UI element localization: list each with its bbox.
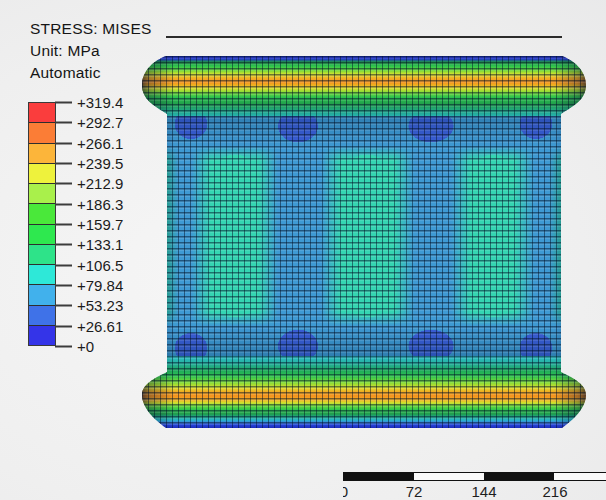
tick-line bbox=[55, 121, 72, 123]
tick-line bbox=[55, 284, 72, 286]
tick-line bbox=[55, 243, 72, 245]
tick-line bbox=[55, 182, 72, 184]
tick-line bbox=[55, 142, 72, 144]
legend-tick: +239.5 bbox=[55, 155, 123, 172]
tick-line bbox=[55, 304, 72, 306]
legend-band bbox=[29, 144, 55, 164]
legend-tick-label: +266.1 bbox=[77, 135, 123, 152]
scale-segment bbox=[414, 473, 484, 480]
scale-segment bbox=[484, 473, 554, 480]
tick-line bbox=[55, 223, 72, 225]
scale-segment bbox=[554, 473, 606, 480]
legend-tick: +212.9 bbox=[55, 175, 123, 192]
legend-colorbar bbox=[28, 102, 56, 346]
tick-line bbox=[55, 162, 72, 164]
legend-band bbox=[29, 204, 55, 224]
legend-band bbox=[29, 306, 55, 326]
range-mode-label: Automatic bbox=[30, 62, 151, 84]
legend-band bbox=[29, 103, 55, 123]
legend-tick-label: +53.23 bbox=[77, 297, 123, 314]
legend-tick: +186.3 bbox=[55, 196, 123, 213]
legend-tick: +133.1 bbox=[55, 236, 123, 253]
legend-tick-label: +0 bbox=[77, 338, 94, 355]
tick-line bbox=[55, 101, 72, 103]
legend-tick: +0 bbox=[55, 338, 94, 355]
legend-band bbox=[29, 225, 55, 245]
legend-band bbox=[29, 285, 55, 305]
legend-tick-label: +106.5 bbox=[77, 257, 123, 274]
legend-tick: +319.4 bbox=[55, 94, 123, 111]
tick-line bbox=[55, 264, 72, 266]
scale-label: 0 bbox=[343, 483, 348, 500]
fe-mesh-grid bbox=[142, 56, 586, 428]
legend-header: STRESS: MISES Unit: MPa Automatic bbox=[30, 18, 151, 84]
legend-tick: +266.1 bbox=[55, 135, 123, 152]
result-type-label: STRESS: MISES bbox=[30, 18, 151, 40]
legend-band bbox=[29, 245, 55, 265]
legend-tick-label: +292.7 bbox=[77, 114, 123, 131]
legend-tick-label: +133.1 bbox=[77, 236, 123, 253]
scale-bar-segments bbox=[343, 472, 606, 481]
legend-tick: +159.7 bbox=[55, 216, 123, 233]
reference-line bbox=[166, 36, 562, 38]
unit-label: Unit: MPa bbox=[30, 40, 151, 62]
legend-tick: +292.7 bbox=[55, 114, 123, 131]
scale-label: 216 bbox=[542, 483, 567, 500]
scale-bar: 0 72 144 216 bbox=[343, 472, 606, 500]
legend-tick: +26.61 bbox=[55, 318, 123, 335]
legend-band bbox=[29, 326, 55, 345]
legend-tick: +53.23 bbox=[55, 297, 123, 314]
legend-tick-label: +79.84 bbox=[77, 277, 123, 294]
stress-model-3d-view[interactable] bbox=[142, 56, 586, 428]
legend-tick: +106.5 bbox=[55, 257, 123, 274]
tick-line bbox=[55, 203, 72, 205]
legend-band bbox=[29, 123, 55, 143]
legend-tick-label: +159.7 bbox=[77, 216, 123, 233]
scale-label: 144 bbox=[471, 483, 496, 500]
legend-tick-label: +26.61 bbox=[77, 318, 123, 335]
legend-tick: +79.84 bbox=[55, 277, 123, 294]
legend-tick-label: +319.4 bbox=[77, 94, 123, 111]
scale-segment bbox=[344, 473, 414, 480]
tick-line bbox=[55, 325, 72, 327]
legend-tick-label: +186.3 bbox=[77, 196, 123, 213]
legend-band bbox=[29, 164, 55, 184]
legend-band bbox=[29, 265, 55, 285]
tick-line bbox=[55, 345, 72, 347]
legend-tick-label: +239.5 bbox=[77, 155, 123, 172]
legend-band bbox=[29, 184, 55, 204]
fea-viewport: STRESS: MISES Unit: MPa Automatic +319.4… bbox=[0, 0, 606, 500]
scale-label: 72 bbox=[406, 483, 423, 500]
legend-tick-label: +212.9 bbox=[77, 175, 123, 192]
